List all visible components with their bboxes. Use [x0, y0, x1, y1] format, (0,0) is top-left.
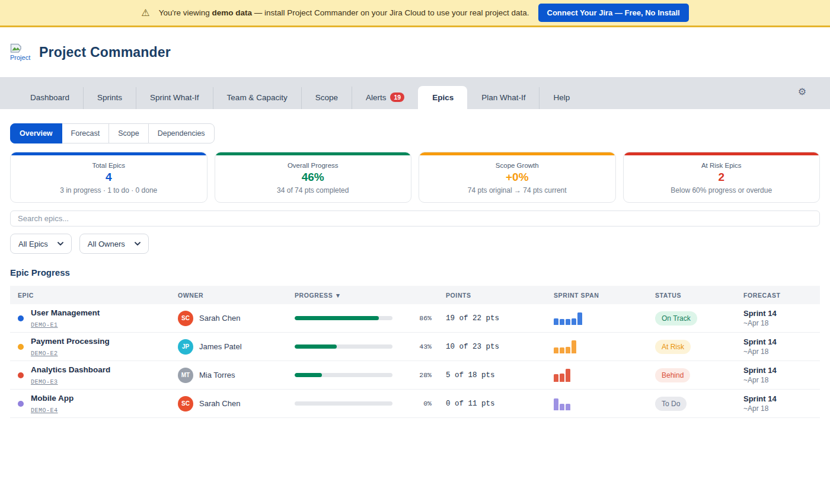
nav-tab-plan-what-if[interactable]: Plan What-If [467, 87, 539, 109]
epic-filter-select[interactable]: All Epics [10, 234, 72, 254]
epic-row-demo-e3[interactable]: Analytics Dashboard DEMO-E3 MT Mia Torre… [10, 361, 820, 390]
stat-accent-bar [215, 152, 411, 155]
nav-tab-alerts[interactable]: Alerts19 [352, 87, 418, 110]
sprint-span-chart [554, 312, 655, 325]
warning-icon: ⚠ [141, 7, 149, 18]
avatar: SC [178, 311, 193, 326]
progress-bar [295, 316, 392, 320]
epic-cell: Payment Processing DEMO-E2 [18, 336, 178, 357]
nav-tab-team-capacity[interactable]: Team & Capacity [213, 87, 301, 109]
epic-row-demo-e4[interactable]: Mobile App DEMO-E4 SC Sarah Chen 0% 0 of… [10, 390, 820, 418]
demo-banner: ⚠ You're viewing demo data — install Pro… [0, 0, 830, 27]
gear-icon[interactable]: ⚙ [798, 87, 806, 97]
forecast-date: ~Apr 18 [743, 376, 812, 384]
column-header-sprint-span[interactable]: SPRINT SPAN [554, 292, 655, 299]
nav-tab-help[interactable]: Help [539, 87, 583, 109]
column-header-forecast[interactable]: FORECAST [743, 292, 812, 299]
progress-cell: 28% [295, 371, 446, 379]
app-title: Project Commander [39, 44, 171, 60]
nav-tab-sprints[interactable]: Sprints [83, 87, 136, 109]
epic-key-link[interactable]: DEMO-E4 [31, 407, 58, 414]
column-header-epic[interactable]: EPIC [18, 292, 178, 299]
owner-cell: SC Sarah Chen [178, 396, 295, 412]
sprint-bar [560, 374, 564, 382]
progress-percent: 28% [419, 371, 432, 379]
sprint-bar [560, 404, 564, 410]
epic-color-dot [18, 344, 24, 350]
connect-jira-button[interactable]: Connect Your Jira — Free, No Install [538, 4, 689, 22]
epic-row-demo-e2[interactable]: Payment Processing DEMO-E2 JP James Pate… [10, 333, 820, 361]
stat-value: 2 [624, 171, 820, 184]
progress-percent: 0% [423, 400, 432, 407]
epic-key-link[interactable]: DEMO-E2 [31, 350, 58, 357]
stat-accent-bar [11, 152, 207, 155]
epic-filter-value: All Epics [18, 240, 48, 248]
search-input[interactable] [10, 210, 820, 227]
points-cell: 19 of 22 pts [446, 314, 554, 323]
nav-tab-label: Scope [315, 93, 338, 102]
forecast-cell: Sprint 14 ~Apr 18 [743, 394, 812, 413]
epic-key-link[interactable]: DEMO-E3 [31, 379, 58, 385]
broken-logo-image: Project [10, 43, 34, 61]
progress-bar-fill [295, 344, 337, 349]
subtab-dependencies[interactable]: Dependencies [148, 123, 215, 143]
nav-tab-dashboard[interactable]: Dashboard [17, 87, 83, 109]
epic-row-demo-e1[interactable]: User Management DEMO-E1 SC Sarah Chen 86… [10, 304, 820, 333]
subtab-overview[interactable]: Overview [10, 123, 62, 143]
view-subtabs: OverviewForecastScopeDependencies [10, 123, 215, 143]
epic-cell: Mobile App DEMO-E4 [18, 393, 178, 414]
column-header-points[interactable]: POINTS [446, 292, 554, 299]
forecast-date: ~Apr 18 [743, 404, 812, 413]
sprint-bar [554, 398, 558, 410]
progress-bar [295, 344, 392, 349]
banner-message-bold: demo data [212, 8, 253, 17]
nav-tab-sprint-what-if[interactable]: Sprint What-If [136, 87, 213, 109]
subtab-scope[interactable]: Scope [108, 123, 148, 143]
nav-tab-scope[interactable]: Scope [301, 87, 352, 109]
sprint-bar [554, 318, 558, 325]
subtab-forecast[interactable]: Forecast [62, 123, 110, 143]
stat-subtitle: 74 pts original → 74 pts current [419, 186, 615, 194]
epic-name: Payment Processing [31, 337, 110, 346]
nav-tab-label: Alerts [366, 93, 387, 102]
epic-name: Analytics Dashboard [31, 365, 110, 374]
forecast-cell: Sprint 14 ~Apr 18 [743, 337, 812, 356]
section-title: Epic Progress [10, 267, 820, 277]
banner-message: You're viewing demo data — install Proje… [159, 8, 529, 17]
avatar: SC [178, 396, 193, 412]
main-nav: DashboardSprintsSprint What-IfTeam & Cap… [0, 77, 830, 109]
progress-bar [295, 373, 392, 377]
owner-name: James Patel [199, 342, 242, 351]
nav-tab-epics[interactable]: Epics [418, 86, 467, 109]
forecast-sprint: Sprint 14 [743, 366, 812, 375]
owner-filter-value: All Owners [88, 240, 125, 248]
progress-cell: 43% [295, 343, 446, 350]
stat-accent-bar [624, 152, 820, 155]
owner-name: Sarah Chen [199, 399, 240, 408]
stat-card-scope-growth: Scope Growth +0% 74 pts original → 74 pt… [419, 152, 616, 203]
progress-bar [295, 401, 392, 406]
nav-tab-label: Sprints [97, 93, 122, 102]
stat-label: Total Epics [11, 162, 207, 169]
nav-tab-label: Sprint What-If [150, 93, 199, 102]
stat-cards: Total Epics 4 3 in progress · 1 to do · … [10, 152, 820, 203]
column-header-progress[interactable]: PROGRESS ▼ [295, 292, 446, 299]
column-header-owner[interactable]: OWNER [178, 292, 295, 299]
stat-subtitle: Below 60% progress or overdue [624, 186, 820, 194]
column-header-status[interactable]: STATUS [655, 292, 743, 299]
epic-key-link[interactable]: DEMO-E1 [31, 322, 58, 328]
sprint-bar [554, 347, 558, 353]
owner-filter-select[interactable]: All Owners [79, 234, 149, 254]
stat-subtitle: 34 of 74 pts completed [215, 186, 411, 194]
status-badge: At Risk [655, 340, 691, 354]
progress-bar-fill [295, 316, 379, 320]
sprint-span-chart [554, 369, 655, 382]
sprint-span-chart [554, 340, 655, 353]
points-cell: 5 of 18 pts [446, 371, 554, 379]
progress-cell: 86% [295, 314, 446, 322]
nav-tab-label: Epics [432, 93, 454, 102]
sprint-bar [560, 319, 564, 325]
app-header: Project Project Commander [0, 27, 830, 77]
progress-percent: 86% [419, 314, 432, 322]
sprint-bar [572, 340, 576, 353]
